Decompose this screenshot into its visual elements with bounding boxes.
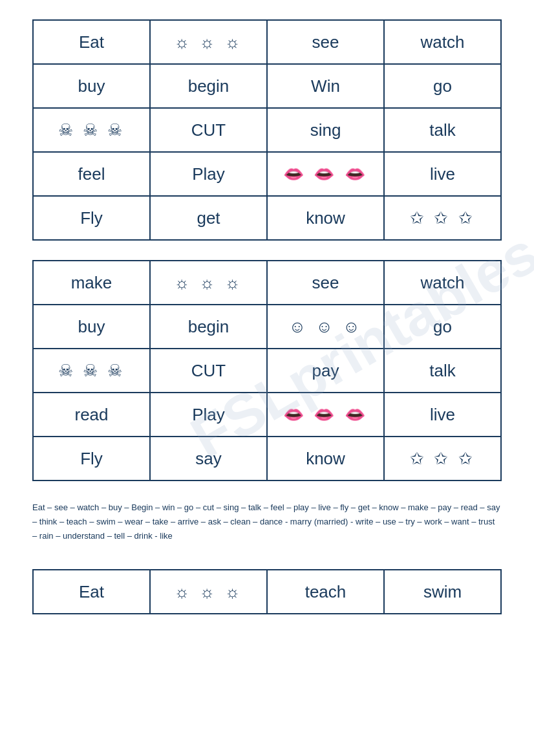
table-cell: watch (384, 261, 501, 305)
table-cell: Play (150, 152, 267, 196)
table-cell: ☠ ☠ ☠ (33, 349, 150, 393)
bingo-table-1: Eat☼ ☼ ☼seewatchbuybeginWingo☠ ☠ ☠CUTsin… (32, 19, 502, 241)
table-cell: ✩ ✩ ✩ (384, 196, 501, 240)
page-wrapper: FSLprintables.com Eat☼ ☼ ☼seewatchbuybeg… (32, 19, 502, 614)
table-cell: Fly (33, 196, 150, 240)
table-cell: Eat (33, 570, 150, 614)
table-cell: CUT (150, 108, 267, 152)
table-cell: live (384, 393, 501, 437)
table-cell: begin (150, 64, 267, 108)
table-cell: Fly (33, 437, 150, 481)
table-cell: talk (384, 349, 501, 393)
table-cell: buy (33, 305, 150, 349)
table-cell: buy (33, 64, 150, 108)
table-cell: sing (267, 108, 384, 152)
bingo-table-2: make☼ ☼ ☼seewatchbuybegin☺ ☺ ☺go☠ ☠ ☠CUT… (32, 260, 502, 481)
table-cell: ☼ ☼ ☼ (150, 261, 267, 305)
table-cell: Play (150, 393, 267, 437)
table-cell: go (384, 305, 501, 349)
table-cell: Eat (33, 20, 150, 64)
table-cell: see (267, 20, 384, 64)
table-cell: teach (267, 570, 384, 614)
table-cell: ✩ ✩ ✩ (384, 437, 501, 481)
table-cell: ☠ ☠ ☠ (33, 108, 150, 152)
table-cell: go (384, 64, 501, 108)
table-cell: see (267, 261, 384, 305)
table-cell: get (150, 196, 267, 240)
table-cell: ☼ ☼ ☼ (150, 20, 267, 64)
table-cell: Win (267, 64, 384, 108)
table-cell: live (384, 152, 501, 196)
table-cell: swim (384, 570, 501, 614)
table-cell: read (33, 393, 150, 437)
bingo-table-3: Eat☼ ☼ ☼teachswim (32, 569, 502, 614)
table-cell: ☼ ☼ ☼ (150, 570, 267, 614)
table-cell: begin (150, 305, 267, 349)
table-cell: talk (384, 108, 501, 152)
table-cell: know (267, 196, 384, 240)
table-cell: 👄 👄 👄 (267, 152, 384, 196)
table-cell: say (150, 437, 267, 481)
table-cell: 👄 👄 👄 (267, 393, 384, 437)
table-cell: feel (33, 152, 150, 196)
word-list: Eat – see – watch – buy – Begin – win – … (32, 501, 502, 543)
table-cell: know (267, 437, 384, 481)
table-cell: pay (267, 349, 384, 393)
table-cell: make (33, 261, 150, 305)
table-cell: CUT (150, 349, 267, 393)
table-cell: ☺ ☺ ☺ (267, 305, 384, 349)
table-cell: watch (384, 20, 501, 64)
